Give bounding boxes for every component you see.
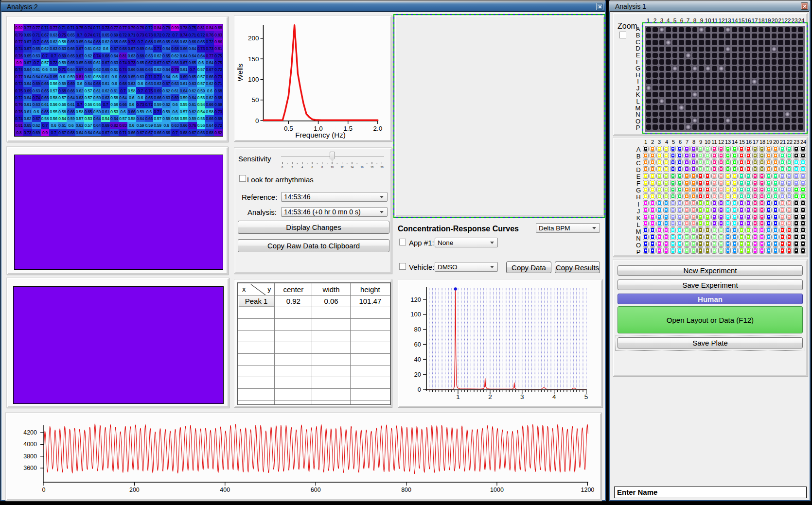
- svg-text:y: y: [267, 285, 271, 293]
- svg-text:2.0: 2.0: [373, 125, 382, 132]
- svg-text:10: 10: [331, 166, 334, 169]
- svg-text:200: 200: [248, 35, 259, 42]
- svg-text:2: 2: [488, 393, 492, 401]
- svg-text:100: 100: [410, 311, 421, 318]
- svg-text:3600: 3600: [23, 465, 37, 471]
- svg-text:x: x: [242, 285, 246, 293]
- svg-text:40: 40: [414, 356, 421, 363]
- svg-text:0: 0: [42, 487, 46, 493]
- svg-text:Wells: Wells: [236, 64, 244, 81]
- svg-text:1: 1: [456, 393, 460, 401]
- svg-text:0: 0: [418, 386, 421, 393]
- svg-text:0: 0: [282, 166, 283, 169]
- svg-text:18: 18: [371, 166, 373, 169]
- svg-text:200: 200: [129, 487, 140, 493]
- svg-text:120: 120: [410, 296, 421, 303]
- svg-text:400: 400: [220, 487, 230, 493]
- svg-text:50: 50: [251, 96, 259, 104]
- svg-text:4: 4: [301, 166, 303, 169]
- svg-text:16: 16: [360, 166, 363, 169]
- svg-text:12: 12: [340, 166, 343, 169]
- svg-text:3: 3: [520, 393, 524, 401]
- svg-text:4: 4: [552, 393, 556, 401]
- svg-text:8: 8: [321, 166, 323, 169]
- svg-text:4000: 4000: [23, 441, 37, 448]
- svg-text:80: 80: [414, 326, 421, 333]
- svg-text:20: 20: [380, 166, 383, 169]
- svg-text:14: 14: [351, 166, 353, 169]
- svg-text:Frequency (Hz): Frequency (Hz): [295, 131, 345, 139]
- svg-text:100: 100: [248, 76, 259, 83]
- svg-text:3800: 3800: [23, 453, 37, 460]
- svg-text:800: 800: [401, 487, 411, 493]
- svg-text:150: 150: [248, 55, 259, 63]
- svg-text:2: 2: [291, 166, 293, 169]
- svg-text:0: 0: [255, 117, 259, 124]
- svg-text:20: 20: [414, 371, 421, 378]
- svg-text:600: 600: [311, 487, 321, 493]
- svg-text:0.5: 0.5: [284, 125, 293, 132]
- svg-text:6: 6: [311, 166, 313, 169]
- svg-text:1000: 1000: [490, 487, 504, 493]
- svg-text:60: 60: [414, 341, 421, 348]
- svg-text:1200: 1200: [581, 487, 594, 493]
- svg-text:4200: 4200: [23, 429, 37, 436]
- svg-text:5: 5: [584, 393, 588, 401]
